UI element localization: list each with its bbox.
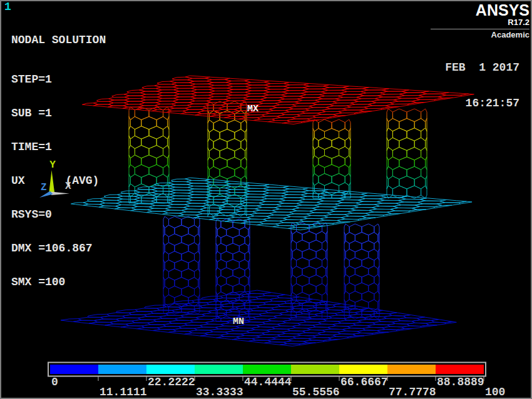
mx-node-label: MX (247, 104, 258, 114)
legend-value-2: 22.2222 (148, 376, 195, 388)
legend-value-7: 77.7778 (389, 386, 436, 398)
ansys-graphics-window: 1 NODAL SOLUTION STEP=1 SUB =1 TIME=1 UX… (0, 0, 532, 399)
legend-value-5: 55.5556 (292, 386, 340, 398)
lower-cnt-pillar-2 (216, 219, 250, 321)
component-line: UX (AVG) (11, 175, 106, 186)
legend-color-segment-3 (146, 365, 195, 374)
legend-value-6: 66.6667 (340, 376, 388, 388)
mn-node-label: MN (233, 316, 244, 327)
release-label: R17.2 (431, 18, 529, 27)
step-line: STEP=1 (11, 74, 106, 85)
dmx-line: DMX =106.867 (11, 243, 106, 254)
upper-cnt-pillar-3 (313, 119, 350, 198)
legend-value-0: 0 (51, 376, 58, 388)
legend-color-segment-9 (436, 365, 484, 374)
plot-window-number: 1 (4, 1, 11, 13)
substep-line: SUB =1 (11, 108, 106, 119)
time-line: TIME=1 (11, 141, 106, 153)
top-graphene-sheet (82, 76, 474, 124)
legend-value-9: 100 (485, 386, 505, 398)
solution-title: NODAL SOLUTION (11, 34, 106, 46)
brand-block: ANSYS R17.2 Academic (431, 3, 529, 39)
date-label: FEB 1 2017 (445, 62, 519, 74)
brand-divider (431, 29, 529, 29)
legend-color-segment-4 (195, 365, 243, 374)
smx-line: SMX =100 (11, 276, 106, 288)
legend-color-segment-6 (291, 365, 339, 374)
model-wireframe: MXMN (61, 76, 474, 346)
bottom-graphene-sheet (61, 290, 456, 346)
legend-value-3: 33.3333 (196, 386, 243, 398)
upper-cnt-pillar-4 (387, 109, 427, 198)
legend-value-1: 11.1111 (100, 386, 147, 398)
lower-cnt-pillar-1 (163, 216, 200, 314)
legend-color-segment-2 (98, 365, 146, 374)
rsys-line: RSYS=0 (11, 209, 106, 220)
legend-color-segment-8 (387, 365, 436, 374)
ansys-logo: ANSYS (431, 3, 529, 18)
legend-value-8: 88.8889 (437, 376, 484, 388)
contour-legend: 011.111122.222233.333344.444455.555666.6… (48, 363, 505, 399)
middle-graphene-sheet (71, 178, 472, 230)
results-info-panel: NODAL SOLUTION STEP=1 SUB =1 TIME=1 UX (… (11, 12, 106, 310)
legend-color-segment-5 (243, 365, 291, 374)
legend-color-segment-7 (339, 365, 387, 374)
legend-color-segment-1 (50, 365, 98, 374)
time-label: 16:21:57 (445, 98, 519, 109)
upper-cnt-pillar-1 (129, 107, 169, 203)
legend-value-4: 44.4444 (244, 376, 292, 388)
datetime-block: FEB 1 2017 16:21:57 (445, 38, 519, 133)
